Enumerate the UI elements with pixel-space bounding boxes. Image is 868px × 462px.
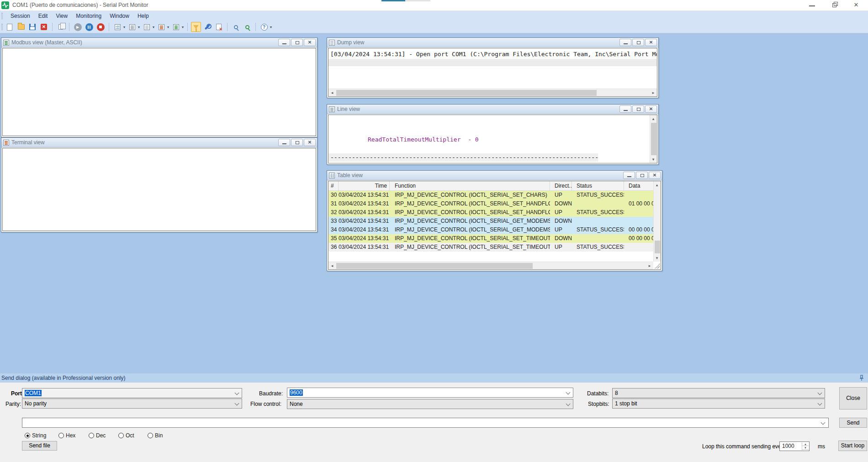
- table-vscroll-thumb[interactable]: [655, 241, 660, 253]
- scroll-right-icon[interactable]: ▸: [650, 89, 657, 96]
- flow-control-combo[interactable]: None: [287, 399, 573, 409]
- modbus-view-content[interactable]: [2, 48, 316, 136]
- line-minimize-icon[interactable]: [619, 105, 631, 113]
- databits-combo[interactable]: 8: [612, 388, 825, 398]
- radio-oct[interactable]: Oct: [118, 432, 134, 439]
- stop-monitoring-icon[interactable]: [95, 22, 106, 32]
- menu-edit[interactable]: Edit: [34, 12, 52, 20]
- search-icon[interactable]: [231, 22, 241, 32]
- command-input[interactable]: [22, 418, 829, 428]
- port-combo[interactable]: COM1: [22, 388, 242, 398]
- dump-hscroll-thumb[interactable]: [336, 90, 597, 96]
- scroll-down-icon[interactable]: ▾: [653, 254, 661, 262]
- column-header-direction[interactable]: Direct...: [552, 181, 572, 191]
- copy-icon[interactable]: [56, 22, 66, 32]
- column-header-function[interactable]: Function: [392, 181, 550, 191]
- dump-view-dropdown-icon[interactable]: ▾: [153, 25, 154, 29]
- line-view-icon[interactable]: [127, 22, 137, 32]
- terminal-close-icon[interactable]: ✕: [304, 139, 316, 146]
- line-view-dropdown-icon[interactable]: ▾: [138, 25, 140, 29]
- resize-grip-icon[interactable]: [655, 263, 660, 268]
- close-dialog-button[interactable]: Close: [839, 387, 867, 410]
- close-button[interactable]: ✕: [846, 0, 866, 11]
- search-next-icon[interactable]: [242, 22, 252, 32]
- send-file-button[interactable]: Send file: [22, 441, 57, 451]
- table-vscrollbar[interactable]: ▴ ▾: [653, 181, 661, 262]
- dump-selected-line[interactable]: [328, 59, 657, 66]
- modbus-maximize-icon[interactable]: [291, 39, 303, 46]
- scroll-down-icon[interactable]: ▾: [650, 156, 657, 163]
- modbus-view-icon[interactable]: [171, 22, 181, 32]
- table-hscroll-thumb[interactable]: [336, 263, 533, 269]
- minimize-button[interactable]: [802, 0, 822, 11]
- table-hscrollbar[interactable]: ◂ ▸: [328, 262, 653, 269]
- menu-monitoring[interactable]: Monitoring: [72, 12, 106, 20]
- column-header-data[interactable]: Data: [626, 181, 656, 191]
- column-header-num[interactable]: #: [328, 181, 339, 191]
- line-view-content[interactable]: ReadTotalTimeoutMultiplier - 0 ReadTotal…: [328, 115, 657, 163]
- close-session-icon[interactable]: ✕: [39, 22, 49, 32]
- stopbits-combo[interactable]: 1 stop bit: [612, 399, 825, 409]
- dump-maximize-icon[interactable]: [632, 39, 644, 46]
- radio-hex[interactable]: Hex: [58, 432, 75, 439]
- terminal-minimize-icon[interactable]: [278, 139, 290, 146]
- menu-window[interactable]: Window: [106, 12, 133, 20]
- send-button[interactable]: Send: [839, 418, 867, 428]
- pin-icon[interactable]: [859, 375, 864, 381]
- menu-help[interactable]: Help: [133, 12, 153, 20]
- table-maximize-icon[interactable]: [636, 172, 648, 179]
- menu-view[interactable]: View: [52, 12, 72, 20]
- radio-dec[interactable]: Dec: [89, 432, 106, 439]
- start-monitoring-icon[interactable]: ▶: [73, 22, 83, 32]
- column-header-time[interactable]: Time: [339, 181, 390, 191]
- terminal-maximize-icon[interactable]: [291, 139, 303, 146]
- modbus-view-dropdown-icon[interactable]: ▾: [182, 25, 184, 29]
- table-row[interactable]: 3103/04/2024 13:54:31IRP_MJ_DEVICE_CONTR…: [328, 200, 653, 208]
- pause-monitoring-icon[interactable]: [84, 22, 94, 32]
- radio-string[interactable]: String: [25, 432, 46, 439]
- scroll-up-icon[interactable]: ▴: [650, 115, 657, 122]
- help-icon[interactable]: ?: [259, 22, 269, 32]
- table-close-icon[interactable]: ✕: [649, 172, 661, 179]
- dump-close-icon[interactable]: ✕: [645, 39, 657, 46]
- dump-view-content[interactable]: [03/04/2024 13:54:31] - Open port COM1 (…: [328, 48, 657, 97]
- spin-up-icon[interactable]: ▲: [802, 442, 809, 446]
- line-vscroll-thumb[interactable]: [651, 123, 656, 155]
- scroll-left-icon[interactable]: ◂: [328, 262, 336, 269]
- terminal-view-content[interactable]: [2, 148, 316, 231]
- column-header-status[interactable]: Status: [574, 181, 624, 191]
- table-view-icon[interactable]: [112, 22, 122, 32]
- new-session-icon[interactable]: [5, 22, 15, 32]
- start-loop-button[interactable]: Start loop: [838, 441, 867, 451]
- scroll-up-icon[interactable]: ▴: [653, 181, 661, 189]
- table-view-dropdown-icon[interactable]: ▾: [123, 25, 125, 29]
- table-row[interactable]: 3203/04/2024 13:54:31IRP_MJ_DEVICE_CONTR…: [328, 208, 653, 217]
- table-minimize-icon[interactable]: [623, 172, 635, 179]
- parity-combo[interactable]: No parity: [22, 399, 242, 409]
- scroll-left-icon[interactable]: ◂: [328, 89, 336, 96]
- menu-session[interactable]: Session: [6, 12, 34, 20]
- scroll-right-icon[interactable]: ▸: [646, 262, 653, 269]
- restore-button[interactable]: [825, 0, 845, 11]
- terminal-view-icon[interactable]: [156, 22, 166, 32]
- modbus-close-icon[interactable]: ✕: [304, 39, 316, 46]
- settings-wrench-icon[interactable]: [202, 22, 212, 32]
- dump-hscrollbar[interactable]: ◂ ▸: [328, 89, 657, 96]
- radio-bin[interactable]: Bin: [148, 432, 163, 439]
- open-session-icon[interactable]: [16, 22, 26, 32]
- line-close-icon[interactable]: ✕: [645, 105, 657, 113]
- line-maximize-icon[interactable]: [632, 105, 644, 113]
- loop-interval-input[interactable]: 1000 ▲▼: [779, 441, 810, 451]
- help-dropdown-icon[interactable]: ▾: [270, 25, 272, 29]
- modbus-minimize-icon[interactable]: [278, 39, 290, 46]
- dump-minimize-icon[interactable]: [619, 39, 631, 46]
- table-row[interactable]: 3303/04/2024 13:54:31IRP_MJ_DEVICE_CONTR…: [328, 217, 653, 226]
- baudrate-combo[interactable]: 9600: [287, 388, 573, 398]
- table-row[interactable]: 3403/04/2024 13:54:31IRP_MJ_DEVICE_CONTR…: [328, 226, 653, 234]
- save-session-icon[interactable]: [27, 22, 37, 32]
- table-row[interactable]: 3603/04/2024 13:54:31IRP_MJ_DEVICE_CONTR…: [328, 243, 653, 252]
- terminal-view-dropdown-icon[interactable]: ▾: [167, 25, 169, 29]
- filter-setup-icon[interactable]: [191, 22, 201, 32]
- clear-data-icon[interactable]: [214, 22, 224, 32]
- spin-down-icon[interactable]: ▼: [802, 446, 809, 450]
